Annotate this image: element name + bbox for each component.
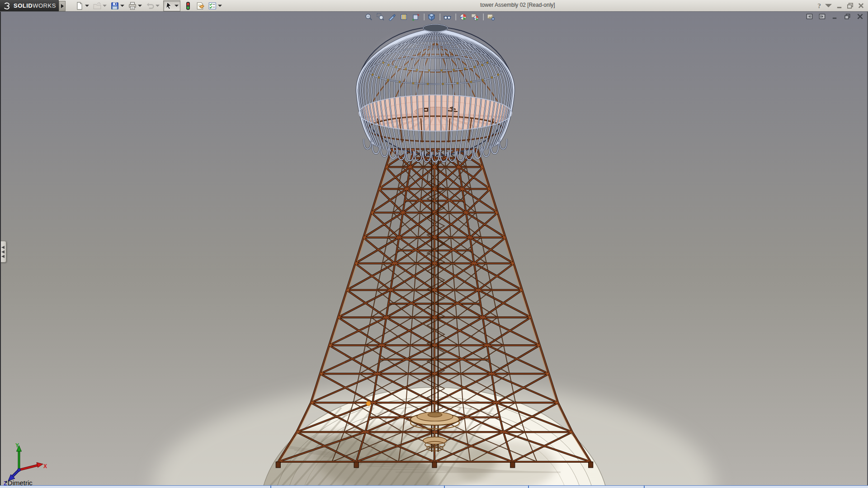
document-window-controls	[806, 13, 864, 20]
select-button[interactable]	[163, 0, 180, 11]
help-button[interactable]: ?	[818, 2, 821, 10]
flyout-arrow-icon	[61, 4, 64, 8]
minimize-button[interactable]	[836, 2, 843, 9]
save-icon	[111, 2, 119, 10]
close-button[interactable]	[858, 2, 864, 9]
annotation-views-icon	[400, 13, 408, 21]
view-settings-icon	[487, 13, 495, 21]
display-style-icon	[412, 13, 420, 21]
annotation-views-button[interactable]	[400, 13, 408, 21]
new-document-icon	[75, 2, 84, 10]
toolbar-flyout-button[interactable]	[59, 1, 66, 11]
dropdown-caret-icon[interactable]	[120, 4, 124, 8]
triad-x-label: X	[43, 463, 47, 469]
rebuild-icon	[184, 2, 192, 10]
view-settings-button[interactable]	[486, 13, 495, 21]
doc-restore-button[interactable]	[844, 13, 851, 20]
doc-close-button[interactable]	[856, 13, 864, 20]
3ds-logo-icon	[3, 1, 12, 10]
panel-back-button[interactable]	[806, 13, 813, 20]
collapse-arrow-icon	[1, 250, 5, 253]
feature-manager-collapse-tab[interactable]	[0, 241, 6, 263]
solidworks-window: Y X Z SOLIDWORKS tower Assembly 02 [Read…	[0, 0, 868, 488]
dropdown-caret-icon[interactable]	[218, 4, 222, 8]
help-caret-icon[interactable]	[825, 2, 832, 9]
rebuild-button[interactable]	[184, 1, 193, 11]
section-view-icon	[388, 13, 396, 21]
dropdown-caret-icon[interactable]	[103, 4, 107, 8]
select-icon	[165, 2, 173, 10]
apply-scene-icon	[471, 13, 479, 21]
edit-appearance-icon	[459, 13, 467, 21]
open-button[interactable]	[93, 1, 107, 11]
model-canvas[interactable]: Y X Z	[0, 0, 868, 488]
panel-back-icon	[806, 13, 813, 20]
file-properties-icon	[196, 2, 204, 10]
toolbar-separator	[483, 14, 484, 20]
print-button[interactable]	[128, 1, 142, 11]
zoom-to-area-icon	[377, 13, 384, 21]
dropdown-caret-icon[interactable]	[138, 4, 142, 8]
save-button[interactable]	[110, 1, 125, 11]
panel-forward-button[interactable]	[818, 13, 826, 20]
section-view-button[interactable]	[388, 13, 396, 21]
undo-button[interactable]	[146, 1, 160, 11]
doc-restore-icon	[844, 13, 851, 20]
doc-close-icon	[857, 13, 863, 20]
zoom-to-fit-button[interactable]	[364, 13, 373, 21]
file-properties-button[interactable]	[196, 1, 205, 11]
collapse-arrow-icon	[1, 246, 5, 249]
open-icon	[93, 2, 101, 10]
dropdown-caret-icon[interactable]	[85, 4, 89, 8]
options-button[interactable]	[208, 1, 222, 11]
options-icon	[208, 2, 217, 10]
collapse-arrow-icon	[1, 255, 5, 258]
view-orientation-button[interactable]	[427, 13, 436, 21]
restore-button[interactable]	[847, 2, 854, 9]
window-controls: ?	[818, 1, 865, 10]
toolbar-separator	[424, 14, 425, 20]
display-style-button[interactable]	[411, 13, 420, 21]
toolbar-separator	[439, 14, 440, 20]
zoom-to-area-button[interactable]	[376, 13, 385, 21]
taskbar-sliver[interactable]	[0, 485, 868, 488]
edit-appearance-button[interactable]	[459, 13, 467, 21]
marker-dot	[366, 401, 371, 406]
hide-show-items-icon	[443, 13, 451, 21]
doc-minimize-button[interactable]	[831, 13, 839, 20]
panel-forward-icon	[819, 13, 826, 20]
zoom-to-fit-icon	[365, 13, 373, 21]
triad-y-label: Y	[15, 442, 19, 449]
dropdown-caret-icon[interactable]	[156, 4, 160, 8]
apply-scene-button[interactable]	[471, 13, 479, 21]
title-bar: SOLIDWORKS tower Assembly 02 [Read-only]…	[0, 0, 868, 12]
view-orientation-icon	[428, 13, 435, 21]
toolbar-separator	[455, 14, 456, 20]
hide-show-items-button[interactable]	[443, 13, 452, 21]
brand-text: SOLIDWORKS	[14, 2, 56, 9]
solidworks-logo: SOLIDWORKS	[0, 0, 59, 11]
dropdown-caret-icon[interactable]	[175, 4, 179, 8]
undo-icon	[146, 2, 154, 10]
headsup-view-toolbar	[364, 12, 498, 21]
doc-minimize-icon	[831, 13, 838, 20]
new-document-button[interactable]	[75, 1, 90, 11]
document-title: tower Assembly 02 [Read-only]	[452, 2, 583, 8]
window-left-border	[0, 11, 1, 488]
main-toolbar	[75, 0, 226, 11]
print-icon	[128, 2, 137, 10]
